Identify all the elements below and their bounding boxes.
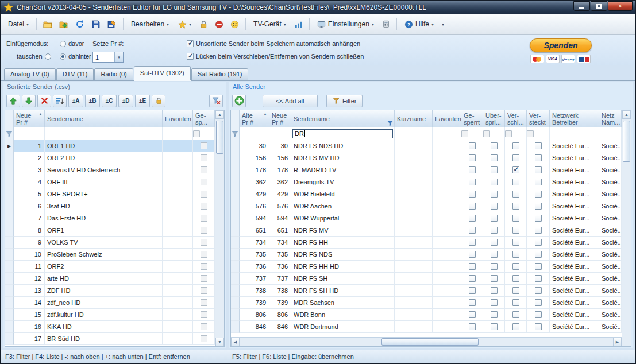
checkbox[interactable] [469, 203, 476, 210]
left-grid-row-6[interactable]: 7Das Erste HD [5, 212, 215, 224]
checkbox[interactable] [491, 263, 498, 270]
checkbox[interactable] [469, 154, 476, 161]
filter-cell-gesperrt[interactable] [461, 127, 483, 140]
column-header-neue[interactable]: Neue Pr # [269, 110, 291, 127]
filter-cell-fav[interactable] [163, 127, 193, 140]
add-channel-button[interactable] [232, 95, 246, 107]
checkbox[interactable] [535, 215, 542, 222]
checkbox[interactable] [512, 311, 519, 318]
checkbox[interactable] [201, 311, 207, 318]
checkbox[interactable] [201, 287, 207, 294]
close-gaps-checkbox[interactable] [187, 53, 194, 60]
left-grid-row-2[interactable]: 3ServusTV HD Oesterreich [5, 164, 215, 176]
checkbox[interactable] [505, 130, 512, 137]
radio-tauschen[interactable] [45, 53, 51, 60]
right-grid-row-3[interactable]: 362362Dreamgirls.TVSociété Eur...Socié..… [231, 176, 622, 188]
filter-cell-gesp[interactable] [193, 127, 215, 140]
toolbar-overflow-button[interactable]: ▾ [439, 17, 447, 32]
checkbox[interactable] [512, 215, 519, 222]
checkbox[interactable] [535, 251, 542, 258]
close-button[interactable]: × [608, 1, 633, 11]
right-grid-row-4[interactable]: 429429WDR BielefeldSociété Eur...Socié..… [231, 188, 622, 200]
left-vertical-scrollbar[interactable]: ▲ ▼ [215, 110, 224, 346]
checkbox[interactable] [512, 275, 519, 282]
column-header-gesp[interactable]: Ge- sp... [193, 110, 215, 127]
open-file-button[interactable] [40, 17, 55, 32]
checkbox[interactable] [512, 203, 519, 210]
checkbox[interactable] [461, 130, 468, 137]
checkbox[interactable] [512, 299, 519, 306]
checkbox[interactable] [535, 299, 542, 306]
fav-toggle-b[interactable]: ±B [85, 95, 100, 107]
checkbox[interactable] [491, 227, 498, 234]
filter-cell-versteckt[interactable] [527, 127, 550, 140]
filter-cell-verschl[interactable] [505, 127, 527, 140]
scroll-up-button[interactable]: ▲ [622, 110, 631, 119]
fav-toggle-c[interactable]: ±C [102, 95, 117, 107]
checkbox[interactable] [469, 191, 476, 198]
checkbox[interactable] [469, 179, 476, 185]
checkbox[interactable] [491, 287, 498, 294]
left-grid-filter-row[interactable] [5, 127, 215, 140]
append-unsorted-checkbox[interactable] [187, 40, 194, 47]
checkbox[interactable] [512, 239, 519, 246]
checkbox[interactable] [535, 263, 542, 270]
checkbox[interactable] [201, 251, 207, 258]
checkbox[interactable] [193, 130, 200, 137]
right-grid-row-13[interactable]: 739739MDR SachsenSociété Eur...Socié... [231, 297, 622, 309]
checkbox[interactable] [491, 251, 498, 258]
column-header-verschl[interactable]: Ver- schl... [505, 110, 527, 127]
tab-analog-tv-0[interactable]: Analog TV (0) [4, 68, 56, 80]
right-grid-row-12[interactable]: 738738NDR FS SH HDSociété Eur...Socié... [231, 285, 622, 297]
checkbox[interactable] [491, 239, 498, 246]
checkbox[interactable] [201, 215, 207, 222]
checkbox[interactable] [491, 311, 498, 318]
right-grid-row-1[interactable]: 156156NDR FS MV HDSociété Eur...Socié... [231, 152, 622, 164]
right-grid-row-5[interactable]: 576576WDR AachenSociété Eur...Socié... [231, 200, 622, 212]
save-button[interactable] [88, 17, 103, 32]
left-grid-row-1[interactable]: 2ORF2 HD [5, 152, 215, 164]
checkbox[interactable] [469, 166, 476, 173]
checkbox[interactable] [201, 299, 207, 306]
hide-button[interactable] [228, 17, 242, 32]
pr-number-input[interactable]: 1 ▾ [92, 52, 124, 63]
save-as-button[interactable] [105, 17, 120, 32]
scrollbar-thumb[interactable] [381, 338, 479, 346]
right-grid-filter-row[interactable]: DR [231, 127, 622, 140]
checkbox[interactable] [201, 275, 207, 282]
donate-button[interactable]: Spenden [530, 38, 592, 52]
filter-button[interactable]: Filter [326, 95, 363, 107]
left-grid-row-4[interactable]: 5ORF SPORT+ [5, 188, 215, 200]
checkbox[interactable] [201, 323, 207, 330]
checkbox[interactable] [535, 275, 542, 282]
checkbox[interactable] [469, 215, 476, 222]
column-header-netzname[interactable]: Netz Nam... [599, 110, 622, 127]
checkbox[interactable] [512, 323, 519, 330]
lock-toggle-button[interactable] [152, 95, 165, 107]
checkbox[interactable] [512, 263, 519, 270]
checkbox[interactable] [201, 239, 207, 246]
checkbox[interactable] [535, 154, 542, 161]
checkbox[interactable] [535, 227, 542, 234]
remote-button[interactable] [379, 17, 393, 32]
scroll-up-button[interactable]: ▲ [215, 110, 224, 119]
checkbox[interactable] [512, 154, 519, 161]
checkbox[interactable] [469, 287, 476, 294]
left-grid-row-8[interactable]: 9VOLKS TV [5, 237, 215, 249]
filter-cell-name[interactable] [45, 127, 163, 140]
left-grid-row-10[interactable]: 11ORF2 [5, 261, 215, 273]
filter-cell-favoriten[interactable] [433, 127, 461, 140]
left-grid-row-9[interactable]: 10ProSieben Schweiz [5, 249, 215, 261]
left-grid-row-3[interactable]: 4ORF III [5, 176, 215, 188]
checkbox[interactable] [201, 335, 207, 342]
column-header-name[interactable]: Sendername [291, 110, 395, 127]
checkbox[interactable] [512, 191, 519, 198]
left-grid-row-14[interactable]: 15zdf.kultur HD [5, 309, 215, 321]
checkbox[interactable] [535, 323, 542, 330]
column-header-ueber[interactable]: Über- spri... [483, 110, 505, 127]
right-grid-row-7[interactable]: 651651NDR FS MVSociété Eur...Socié... [231, 224, 622, 237]
checkbox[interactable] [535, 311, 542, 318]
column-header-gesperrt[interactable]: Ge- sperrt [461, 110, 483, 127]
filter-cell-neue[interactable] [269, 127, 291, 140]
right-grid-row-14[interactable]: 806806WDR BonnSociété Eur...Socié... [231, 309, 622, 321]
